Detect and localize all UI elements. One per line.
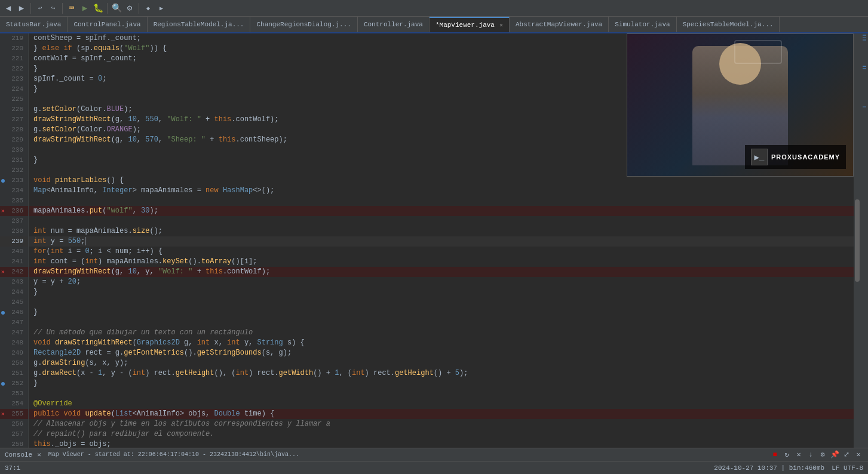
console-status: Map Viewer - started at: 22:06:64:17:04:…	[48, 451, 299, 458]
code-line[interactable]: int num = mapaAnimales.size();	[29, 226, 861, 236]
line-number: 247	[0, 318, 28, 328]
console-close-icon[interactable]: ✕	[37, 451, 41, 458]
code-line[interactable]	[29, 318, 861, 328]
line-number: 232	[0, 165, 28, 176]
tab-mapviewer[interactable]: *MapViewer.java ✕	[430, 17, 510, 32]
line-number: 221	[0, 54, 28, 64]
line-number: 258	[0, 439, 28, 448]
tab-mapviewer-close[interactable]: ✕	[499, 21, 503, 29]
line-number: 235	[0, 196, 28, 206]
tab-simulator[interactable]: Simulator.java	[609, 17, 676, 32]
code-line[interactable]	[29, 196, 861, 206]
tab-regionstable[interactable]: RegionsTableModel.ja...	[148, 17, 251, 32]
tab-controller[interactable]: Controller.java	[358, 17, 430, 32]
line-number: 239	[0, 236, 28, 247]
tab-speciestable[interactable]: SpeciesTableModel.ja...	[677, 17, 780, 32]
toolbar-debug-icon[interactable]: 🐛	[92, 2, 104, 14]
code-line[interactable]: for(int i = 0; i < num; i++) {	[29, 247, 861, 257]
console-bar: Console ✕ Map Viewer - started at: 22:06…	[0, 448, 868, 461]
code-line[interactable]: g.drawRect(x - 1, y - (int) rect.getHeig…	[29, 368, 861, 378]
code-editor[interactable]: 2192202212222232242252262272282292302312…	[0, 33, 861, 448]
code-line[interactable]: void drawStringWithRect(Graphics2D g, in…	[29, 338, 861, 348]
status-info: 2024-10-27 10:37 | bin:460mb	[714, 464, 824, 472]
code-line[interactable]: y = y + 20;	[29, 277, 861, 287]
toolbar-forward-icon[interactable]: ▶	[16, 2, 27, 14]
console-expand-icon[interactable]: ⤢	[842, 450, 851, 460]
video-logo-text: PROXUSACADEMY	[771, 153, 840, 161]
code-line[interactable]: int cont = (int) mapaAnimales.keySet().t…	[29, 257, 861, 267]
toolbar-icons: ◀ ▶ ↩ ↪ ⌨ ▶ 🐛 🔍 ⚙ ◆ ▶	[2, 2, 167, 14]
console-settings-icon[interactable]: ⚙	[818, 450, 827, 460]
console-close2-icon[interactable]: ✕	[854, 450, 863, 460]
code-line[interactable]: mapaAnimales.put("wolf", 30);	[29, 206, 861, 216]
line-number: 255✕	[0, 409, 28, 419]
status-bar: 37:1 2024-10-27 10:37 | bin:460mb LF UTF…	[0, 461, 868, 474]
tab-controlpanel[interactable]: ControlPanel.java	[68, 17, 147, 32]
vertical-scrollbar[interactable]	[854, 33, 861, 448]
toolbar-back-icon[interactable]: ◀	[2, 2, 14, 14]
code-line[interactable]	[29, 216, 861, 226]
line-number: 234	[0, 186, 28, 196]
toolbar-redo-icon[interactable]: ↪	[47, 2, 59, 14]
tab-regionstable-label: RegionsTableModel.ja...	[154, 21, 244, 28]
toolbar-git-icon[interactable]: ◆	[142, 2, 154, 14]
tab-statusbar[interactable]: StatusBar.java	[0, 17, 68, 32]
tab-controller-label: Controller.java	[364, 21, 423, 28]
line-number: 223	[0, 74, 28, 84]
code-line[interactable]: void pintarLables() {	[29, 176, 861, 186]
code-line[interactable]: // repaint() para redibujar el component…	[29, 429, 861, 439]
line-number: 238	[0, 226, 28, 236]
code-line[interactable]: int y = 550;	[29, 236, 861, 247]
tab-changeregions[interactable]: ChangeRegionsDialog.j...	[250, 17, 357, 32]
status-encoding: LF UTF-8	[832, 464, 863, 472]
tab-speciestable-label: SpeciesTableModel.ja...	[683, 21, 774, 28]
code-line[interactable]: }	[29, 307, 861, 318]
code-line[interactable]: drawStringWithRect(g, 10, y, "Wolf: " + …	[29, 267, 861, 277]
code-line[interactable]: }	[29, 287, 861, 297]
code-line[interactable]	[29, 389, 861, 399]
line-number: 230	[0, 145, 28, 155]
line-number: 257	[0, 429, 28, 439]
toolbar-search-icon[interactable]: 🔍	[111, 2, 122, 14]
console-stop-icon[interactable]: ■	[770, 450, 780, 460]
code-line[interactable]: g.drawString(s, x, y);	[29, 358, 861, 368]
toolbar-undo-icon[interactable]: ↩	[34, 2, 46, 14]
tabs-bar: StatusBar.java ControlPanel.java Regions…	[0, 17, 868, 33]
toolbar-build-icon[interactable]: ⌨	[66, 2, 78, 14]
line-number: 247	[0, 328, 28, 338]
toolbar-more-icon[interactable]: ▶	[155, 2, 167, 14]
toolbar-settings-icon[interactable]: ⚙	[124, 2, 136, 14]
console-scroll-icon[interactable]: ↓	[806, 450, 815, 460]
console-icons: ■ ↻ ✕ ↓ ⚙ 📌 ⤢ ✕	[770, 450, 863, 460]
line-number: 226	[0, 104, 28, 115]
tab-changeregions-label: ChangeRegionsDialog.j...	[256, 21, 351, 28]
scroll-thumb[interactable]	[855, 199, 860, 282]
line-number: 227	[0, 115, 28, 125]
video-logo: ▶_ PROXUSACADEMY	[745, 145, 846, 169]
tab-abstractmap[interactable]: AbstractMapViewer.java	[510, 17, 609, 32]
code-line[interactable]: // Un método que dibujar un texto con un…	[29, 328, 861, 338]
console-tab-label[interactable]: Console	[5, 451, 32, 458]
console-rerun-icon[interactable]: ↻	[782, 450, 792, 460]
toolbar: ◀ ▶ ↩ ↪ ⌨ ▶ 🐛 🔍 ⚙ ◆ ▶	[0, 0, 868, 17]
toolbar-sep-3	[107, 3, 108, 14]
line-number: 249	[0, 348, 28, 358]
code-line[interactable]: // Almacenar objs y time en los atributo…	[29, 419, 861, 429]
toolbar-run-icon[interactable]: ▶	[79, 2, 91, 14]
code-line[interactable]	[29, 297, 861, 307]
code-line[interactable]: public void update(List<AnimalInfo> objs…	[29, 409, 861, 419]
console-clear-icon[interactable]: ✕	[794, 450, 803, 460]
status-position: 37:1	[5, 464, 20, 472]
code-line[interactable]: Rectangle2D rect = g.getFontMetrics().ge…	[29, 348, 861, 358]
line-number: 219	[0, 33, 28, 44]
main-area: 2192202212222232242252262272282292302312…	[0, 33, 868, 448]
code-line[interactable]: @Override	[29, 399, 861, 409]
tab-controlpanel-label: ControlPanel.java	[73, 21, 140, 28]
line-number: 243	[0, 277, 28, 287]
code-line[interactable]: }	[29, 378, 861, 389]
console-pin-icon[interactable]: 📌	[830, 450, 839, 460]
line-number: 248	[0, 338, 28, 348]
code-line[interactable]: Map<AnimalInfo, Integer> mapaAnimales = …	[29, 186, 861, 196]
line-number: 242✕	[0, 267, 28, 277]
code-line[interactable]: this._objs = objs;	[29, 439, 861, 448]
